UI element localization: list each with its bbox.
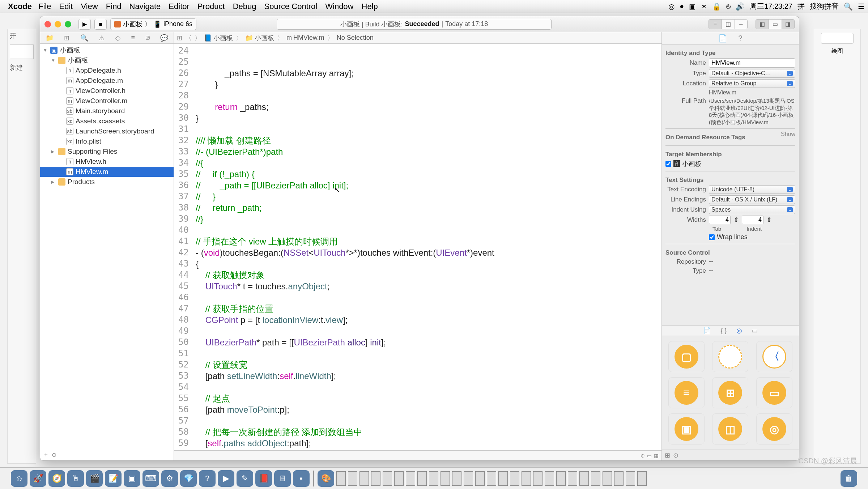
back-button-icon[interactable]: 〈 bbox=[185, 34, 192, 42]
minimized-window[interactable] bbox=[429, 471, 438, 486]
app-dock-icon[interactable]: 🎬 bbox=[86, 470, 103, 487]
minimized-window[interactable] bbox=[568, 471, 577, 486]
jump-selection[interactable]: No Selection bbox=[337, 34, 374, 42]
filter-icon[interactable]: ⊙ bbox=[673, 451, 678, 459]
version-editor-button[interactable]: ↔ bbox=[735, 19, 748, 29]
tree-row[interactable]: ▶Products bbox=[40, 177, 174, 187]
file-template-tab-icon[interactable]: 📄 bbox=[703, 327, 711, 335]
toggle-debug-area-button[interactable]: ▭ bbox=[769, 19, 782, 29]
window-close-button[interactable] bbox=[44, 21, 51, 27]
tree-row[interactable]: xcInfo.plist bbox=[40, 136, 174, 146]
filter-icon[interactable]: ⊙ bbox=[52, 451, 56, 458]
minimized-window[interactable] bbox=[406, 471, 415, 486]
menu-file[interactable]: File bbox=[38, 2, 51, 11]
library-item[interactable]: 〈 bbox=[756, 341, 792, 372]
minimized-window[interactable] bbox=[579, 471, 589, 486]
library-item[interactable]: ◎ bbox=[756, 413, 792, 445]
window-zoom-button[interactable] bbox=[65, 21, 71, 27]
minimized-window[interactable] bbox=[371, 471, 380, 486]
file-inspector-tab-icon[interactable]: 📄 bbox=[718, 34, 727, 43]
test-navigator-tab-icon[interactable]: ◇ bbox=[115, 34, 120, 42]
media-library-tab-icon[interactable]: ▭ bbox=[752, 327, 758, 335]
editor-footer-icon[interactable]: ▭ bbox=[647, 453, 652, 459]
minimized-window[interactable] bbox=[348, 471, 357, 486]
volume-icon[interactable]: 🔊 bbox=[736, 2, 745, 11]
minimized-window[interactable] bbox=[591, 471, 600, 486]
trash-dock-icon[interactable]: 🗑 bbox=[841, 470, 857, 487]
spotlight-icon[interactable]: 🔍 bbox=[844, 2, 853, 11]
line-endings-select[interactable]: Default - OS X / Unix (LF)⌄ bbox=[709, 195, 795, 204]
menu-navigate[interactable]: Navigate bbox=[129, 2, 161, 11]
minimized-window[interactable] bbox=[487, 471, 496, 486]
minimized-window[interactable] bbox=[545, 471, 554, 486]
odr-show-button[interactable]: Show bbox=[781, 131, 795, 143]
sketch-dock-icon[interactable]: 💎 bbox=[180, 470, 197, 487]
menu-help[interactable]: Help bbox=[362, 2, 378, 11]
app-dock-icon[interactable]: 📝 bbox=[105, 470, 122, 487]
macos-dock[interactable]: ☺ 🚀 🧭 🖱 🎬 📝 ▣ ⌨ ⚙ 💎 ? ▶ ✎ 📕 🖥 ▪ 🎨 🗑 bbox=[0, 467, 868, 489]
minimized-window[interactable] bbox=[359, 471, 369, 486]
library-item[interactable]: ◫ bbox=[712, 413, 748, 445]
add-button-icon[interactable]: ＋ bbox=[43, 451, 49, 459]
source-code-editor[interactable]: _paths = [NSMutableArray array]; } retur… bbox=[192, 44, 661, 450]
tree-row[interactable]: mAppDelegate.m bbox=[40, 76, 174, 86]
tree-row[interactable]: hAppDelegate.h bbox=[40, 65, 174, 76]
app-dock-icon[interactable]: 🎨 bbox=[318, 470, 334, 487]
tree-row[interactable]: mViewController.m bbox=[40, 96, 174, 106]
object-library-tab-icon[interactable]: ◎ bbox=[736, 327, 742, 335]
tree-row[interactable]: ▶Supporting Files bbox=[40, 146, 174, 157]
project-tree[interactable]: ▼▣小画板▼小画板hAppDelegate.hmAppDelegate.mhVi… bbox=[40, 44, 174, 449]
menu-product[interactable]: Product bbox=[197, 2, 225, 11]
project-navigator-tab-icon[interactable]: 📁 bbox=[46, 34, 54, 42]
minimized-window[interactable] bbox=[522, 471, 531, 486]
quick-help-tab-icon[interactable]: ? bbox=[738, 34, 742, 42]
report-navigator-tab-icon[interactable]: 💬 bbox=[160, 34, 168, 42]
app-name[interactable]: Xcode bbox=[8, 2, 32, 11]
jump-file[interactable]: HMView.m bbox=[293, 34, 324, 42]
minimized-window[interactable] bbox=[464, 471, 473, 486]
issue-navigator-tab-icon[interactable]: ⚠ bbox=[99, 34, 105, 42]
object-library-grid[interactable]: ▢ ▢ 〈 ≡ ⊞ ▭ ▣ ◫ ◎ bbox=[662, 336, 799, 450]
tree-row[interactable]: sbMain.storyboard bbox=[40, 106, 174, 116]
menubar-clock[interactable]: 周三17:23:27 bbox=[750, 1, 792, 11]
forward-button-icon[interactable]: 〉 bbox=[195, 34, 201, 42]
tree-row[interactable]: sbLaunchScreen.storyboard bbox=[40, 126, 174, 136]
tree-row[interactable]: hHMView.h bbox=[40, 157, 174, 167]
tree-row[interactable]: xcAssets.xcassets bbox=[40, 116, 174, 126]
library-item[interactable]: ▢ bbox=[712, 341, 748, 372]
assistant-editor-button[interactable]: ◫ bbox=[722, 19, 735, 29]
minimized-window[interactable] bbox=[452, 471, 461, 486]
scheme-selector[interactable]: 小画板 〉 📱 iPhone 6s bbox=[110, 18, 196, 30]
minimized-window[interactable] bbox=[614, 471, 624, 486]
menu-window[interactable]: Window bbox=[325, 2, 353, 11]
window-minimize-button[interactable] bbox=[55, 21, 61, 27]
menu-source-control[interactable]: Source Control bbox=[264, 2, 318, 11]
safari-dock-icon[interactable]: 🧭 bbox=[48, 470, 65, 487]
app-dock-icon[interactable]: ? bbox=[199, 470, 216, 487]
menu-find[interactable]: Find bbox=[106, 2, 122, 11]
jump-bar[interactable]: ⊞ 〈 〉 📘小画板 〉 📁小画板 〉 mHMView.m 〉 No Selec… bbox=[174, 32, 661, 44]
app-dock-icon[interactable]: 🖱 bbox=[67, 470, 84, 487]
launchpad-dock-icon[interactable]: 🚀 bbox=[30, 470, 46, 487]
app-dock-icon[interactable]: 📕 bbox=[255, 470, 272, 487]
minimized-window[interactable] bbox=[510, 471, 519, 486]
minimized-window[interactable] bbox=[394, 471, 404, 486]
editor-footer-icon[interactable]: ▦ bbox=[654, 453, 659, 459]
menu-editor[interactable]: Editor bbox=[169, 2, 189, 11]
finder-dock-icon[interactable]: ☺ bbox=[11, 470, 27, 487]
grid-view-icon[interactable]: ⊞ bbox=[665, 451, 670, 459]
lock-icon[interactable]: 🔒 bbox=[712, 2, 721, 11]
library-item[interactable]: ≡ bbox=[668, 377, 705, 408]
minimized-window[interactable] bbox=[475, 471, 485, 486]
minimized-window[interactable] bbox=[556, 471, 566, 486]
minimized-window[interactable] bbox=[626, 471, 635, 486]
status-icon[interactable]: ● bbox=[680, 2, 684, 10]
tree-row[interactable]: hViewController.h bbox=[40, 86, 174, 96]
minimized-window[interactable] bbox=[533, 471, 542, 486]
menu-edit[interactable]: Edit bbox=[59, 2, 73, 11]
name-field[interactable] bbox=[709, 58, 795, 68]
toggle-navigator-button[interactable]: ◧ bbox=[756, 19, 769, 29]
stop-button[interactable]: ■ bbox=[94, 19, 107, 30]
terminal-dock-icon[interactable]: ⌨ bbox=[142, 470, 159, 487]
location-select[interactable]: Relative to Group⌄ bbox=[709, 79, 795, 88]
